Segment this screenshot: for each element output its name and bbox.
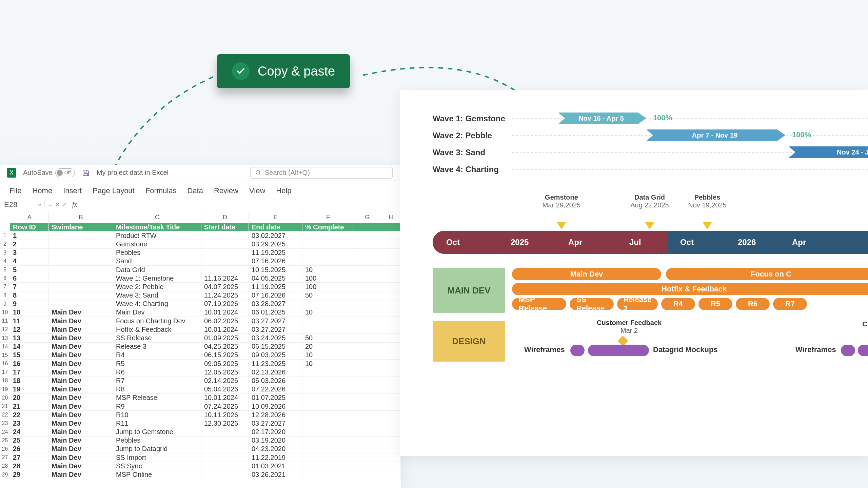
autosave-toggle[interactable]: AutoSave Off — [23, 168, 75, 177]
cell[interactable]: Main Dev — [49, 334, 113, 342]
cell[interactable]: 10 — [302, 266, 354, 274]
cell[interactable] — [302, 445, 354, 453]
cell[interactable]: Main Dev — [49, 368, 113, 376]
cell[interactable] — [49, 240, 113, 248]
cell[interactable]: R7 — [113, 377, 201, 385]
cell[interactable]: 04.07.2025 — [201, 283, 249, 291]
cell[interactable] — [302, 394, 354, 402]
cell[interactable]: Jump to Datagrid — [113, 445, 201, 453]
cell[interactable] — [354, 334, 381, 342]
cell[interactable]: SS Import — [113, 453, 201, 462]
cell[interactable] — [302, 377, 354, 385]
cell[interactable] — [381, 428, 401, 436]
cell[interactable]: 13 — [10, 334, 49, 342]
cell[interactable] — [49, 291, 113, 300]
cell[interactable]: 24 — [10, 428, 49, 436]
cell[interactable] — [354, 223, 381, 231]
cell[interactable] — [49, 274, 113, 282]
down-icon[interactable]: ⌄ — [48, 201, 53, 208]
cell[interactable] — [201, 445, 249, 453]
cell[interactable] — [354, 317, 381, 325]
cell[interactable]: 12.28.2026 — [249, 411, 302, 419]
cell[interactable] — [354, 411, 381, 419]
cell[interactable] — [381, 385, 401, 393]
cell[interactable] — [381, 351, 401, 359]
cell[interactable]: 04.23.2020 — [249, 445, 302, 453]
cell[interactable]: Focus on Charting Dev — [113, 317, 201, 325]
cell[interactable]: 19 — [10, 385, 49, 393]
cell[interactable]: 10 — [302, 308, 354, 317]
cell[interactable] — [381, 368, 401, 376]
name-box[interactable]: E28 — [0, 200, 45, 209]
cell[interactable] — [354, 343, 381, 351]
cell[interactable] — [354, 240, 381, 248]
cell[interactable] — [302, 368, 354, 376]
cell[interactable] — [381, 377, 401, 385]
cell[interactable]: 03.27.2027 — [249, 325, 302, 333]
cell[interactable] — [381, 249, 401, 257]
cell[interactable]: 28 — [10, 462, 49, 470]
cell[interactable]: 07.24.2026 — [201, 402, 249, 410]
cell[interactable] — [49, 266, 113, 274]
cell[interactable] — [381, 308, 401, 317]
cell[interactable]: 06.15.2025 — [201, 351, 249, 359]
cell[interactable]: Main Dev — [49, 308, 113, 317]
cell[interactable]: Data Grid — [113, 266, 201, 274]
cell[interactable]: 01.03.2021 — [249, 462, 302, 470]
cell[interactable]: 10.09.2026 — [249, 402, 302, 410]
cell[interactable]: 11.22.2019 — [249, 453, 302, 462]
cell[interactable] — [354, 436, 381, 445]
cell[interactable]: 01.07.2025 — [249, 394, 302, 402]
cell[interactable] — [381, 274, 401, 282]
cell[interactable] — [354, 308, 381, 317]
cell[interactable]: 10 — [10, 308, 49, 317]
cell[interactable] — [302, 436, 354, 445]
cell[interactable]: 11.19.2025 — [249, 283, 302, 291]
cell[interactable] — [354, 300, 381, 308]
cell[interactable]: Row ID — [10, 223, 49, 231]
cell[interactable] — [201, 462, 249, 470]
cell[interactable]: Product RTW — [113, 231, 201, 240]
cell[interactable]: R9 — [113, 402, 201, 410]
cell[interactable] — [302, 411, 354, 419]
cell[interactable] — [49, 300, 113, 308]
cell[interactable]: 03.28.2027 — [249, 300, 302, 308]
cell[interactable]: R5 — [113, 360, 201, 368]
cell[interactable]: R10 — [113, 411, 201, 419]
cell[interactable] — [354, 283, 381, 291]
cell[interactable]: MSP Online — [113, 470, 201, 479]
cell[interactable]: Main Dev — [49, 317, 113, 325]
cell[interactable]: 9 — [10, 300, 49, 308]
column-header[interactable]: C — [113, 212, 201, 223]
cell[interactable] — [354, 385, 381, 393]
cell[interactable]: Pebbles — [113, 249, 201, 257]
cell[interactable] — [354, 453, 381, 462]
cell[interactable]: 16 — [10, 360, 49, 368]
cell[interactable] — [354, 368, 381, 376]
cell[interactable]: 03.29.2025 — [249, 240, 302, 248]
cell[interactable] — [201, 240, 249, 248]
cell[interactable] — [49, 283, 113, 291]
cell[interactable]: Main Dev — [49, 402, 113, 410]
cell[interactable]: 07.16.2026 — [249, 291, 302, 300]
cell[interactable]: 8 — [10, 291, 49, 300]
cell[interactable]: Main Dev — [49, 385, 113, 393]
cell[interactable] — [381, 394, 401, 402]
cell[interactable]: 5 — [10, 266, 49, 274]
cell[interactable]: SS Sync — [113, 462, 201, 470]
cell[interactable] — [381, 360, 401, 368]
cell[interactable] — [302, 428, 354, 436]
ribbon-tab[interactable]: View — [249, 186, 265, 195]
cell[interactable]: Gemstone — [113, 240, 201, 248]
cell[interactable] — [302, 257, 354, 265]
ribbon-tab[interactable]: Formulas — [145, 186, 177, 195]
column-header[interactable]: H — [381, 212, 401, 223]
cell[interactable] — [381, 291, 401, 300]
cell[interactable]: 20 — [10, 394, 49, 402]
cell[interactable] — [302, 240, 354, 248]
cell[interactable]: Release 3 — [113, 343, 201, 351]
cell[interactable]: 50 — [302, 334, 354, 342]
cell[interactable] — [201, 470, 249, 479]
cell[interactable] — [381, 436, 401, 445]
cell[interactable]: SS Release — [113, 334, 201, 342]
